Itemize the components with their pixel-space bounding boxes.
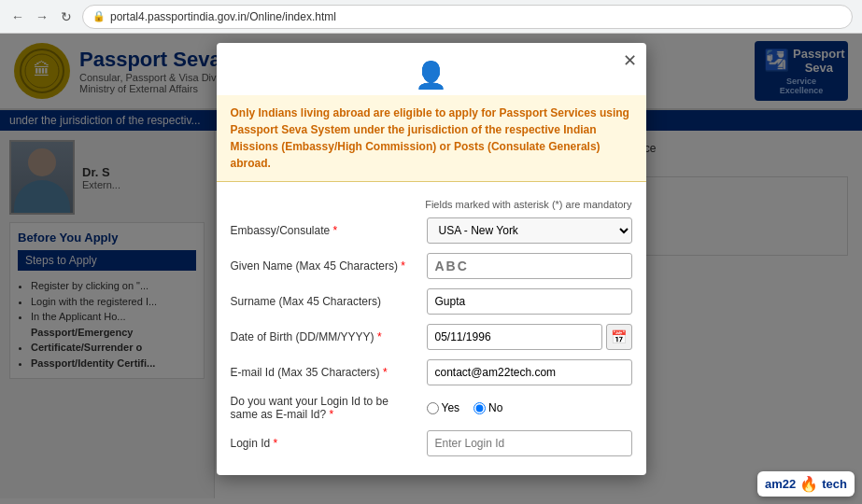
modal-close-button[interactable]: ✕ xyxy=(623,50,637,71)
tech-text: tech xyxy=(822,477,847,491)
radio-no[interactable] xyxy=(473,402,486,414)
url-text: portal4.passportindia.gov.in/Online/inde… xyxy=(110,10,336,23)
embassy-label: Embassy/Consulate * xyxy=(231,224,417,237)
forward-button[interactable]: → xyxy=(34,8,50,25)
same-login-row: Do you want your Login Id to be same as … xyxy=(231,395,632,421)
page-content: 🏛 Passport Seva at Indian Embassies and … xyxy=(0,34,862,504)
dob-row: Date of Birth (DD/MM/YYYY) * 📅 xyxy=(231,324,632,350)
same-login-radio-group: Yes No xyxy=(427,401,503,414)
browser-chrome: ← → ↻ 🔒 portal4.passportindia.gov.in/Onl… xyxy=(0,0,862,34)
login-id-input[interactable] xyxy=(427,430,632,456)
email-row: E-mail Id (Max 35 Characters) * xyxy=(231,359,632,385)
url-bar[interactable]: 🔒 portal4.passportindia.gov.in/Online/in… xyxy=(82,5,853,29)
dob-input[interactable] xyxy=(427,324,602,350)
mandatory-note: Fields marked with asterisk (*) are mand… xyxy=(231,199,632,210)
back-button[interactable]: ← xyxy=(9,8,26,25)
given-name-row: Given Name (Max 45 Characters) * xyxy=(231,253,632,279)
am22-text: am22 xyxy=(765,477,796,491)
registration-modal: ✕ 👤 Only Indians living abroad are eligi… xyxy=(217,43,646,475)
calendar-button[interactable]: 📅 xyxy=(606,324,632,350)
email-input[interactable] xyxy=(427,359,632,385)
modal-overlay: ✕ 👤 Only Indians living abroad are eligi… xyxy=(0,34,862,504)
email-label: E-mail Id (Max 35 Characters) * xyxy=(231,366,417,379)
surname-row: Surname (Max 45 Characters) xyxy=(231,288,632,315)
radio-no-label[interactable]: No xyxy=(473,401,502,414)
modal-body: Fields marked with asterisk (*) are mand… xyxy=(217,189,646,475)
embassy-row: Embassy/Consulate * USA - New York xyxy=(231,217,632,244)
surname-input[interactable] xyxy=(427,288,632,315)
radio-yes-label[interactable]: Yes xyxy=(427,401,460,414)
dob-label: Date of Birth (DD/MM/YYYY) * xyxy=(231,330,417,343)
login-id-row: Login Id * xyxy=(231,430,632,456)
surname-label: Surname (Max 45 Characters) xyxy=(231,295,417,308)
fire-icon: 🔥 xyxy=(799,475,818,493)
dob-input-wrap: 📅 xyxy=(427,324,632,350)
radio-yes[interactable] xyxy=(427,402,439,414)
embassy-select[interactable]: USA - New York xyxy=(427,217,632,244)
lock-icon: 🔒 xyxy=(92,10,106,22)
am22tech-badge: am22 🔥 tech xyxy=(757,471,855,497)
modal-warning-text: Only Indians living abroad are eligible … xyxy=(217,95,646,182)
login-id-label: Login Id * xyxy=(231,437,417,450)
modal-icon-wrap: 👤 xyxy=(217,43,646,91)
reload-button[interactable]: ↻ xyxy=(58,8,75,25)
given-name-input[interactable] xyxy=(427,253,632,279)
same-login-label: Do you want your Login Id to be same as … xyxy=(231,395,417,421)
modal-user-icon: 👤 xyxy=(217,60,646,91)
given-name-label: Given Name (Max 45 Characters) * xyxy=(231,259,417,273)
